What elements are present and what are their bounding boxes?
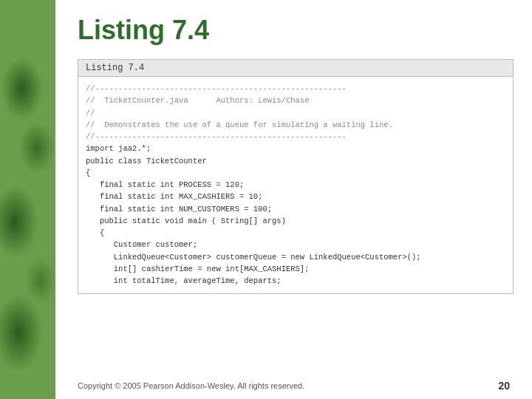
code-line: final static int NUM_CUSTOMERS = 100; xyxy=(86,203,505,215)
code-line: // Demonstrates the use of a queue for s… xyxy=(86,119,505,131)
code-box-header: Listing 7.4 xyxy=(78,60,513,77)
slide-title: Listing 7.4 xyxy=(78,15,510,46)
footer-page-number: 20 xyxy=(498,380,510,392)
left-decorative-panel xyxy=(0,0,55,399)
code-line: public static void main ( String[] args) xyxy=(86,215,505,227)
code-line: LinkedQueue<Customer> customerQueue = ne… xyxy=(86,251,505,263)
code-line: import jaa2.*; xyxy=(86,143,505,154)
code-line: final static int MAX_CASHIERS = 10; xyxy=(86,191,505,202)
code-line: //--------------------------------------… xyxy=(86,131,505,143)
code-line: int totalTime, averageTime, departs; xyxy=(86,275,505,287)
code-line: final static int PROCESS = 120; xyxy=(86,179,505,191)
footer-copyright: Copyright © 2005 Pearson Addison-Wesley.… xyxy=(78,381,304,390)
code-line: // xyxy=(86,107,505,119)
code-box-body: //--------------------------------------… xyxy=(78,77,513,293)
code-line: int[] cashierTime = new int[MAX_CASHIERS… xyxy=(86,263,505,275)
footer: Copyright © 2005 Pearson Addison-Wesley.… xyxy=(55,380,532,392)
code-box: Listing 7.4 //--------------------------… xyxy=(78,59,514,294)
code-line: { xyxy=(86,227,505,239)
code-line: Customer customer; xyxy=(86,239,505,250)
tree-decoration xyxy=(0,0,55,399)
code-line: public class TicketCounter xyxy=(86,155,505,167)
main-content: Listing 7.4 Listing 7.4 //--------------… xyxy=(55,0,532,399)
code-line: { xyxy=(86,167,505,179)
code-line: // TicketCounter.java Authors: Lewis/Cha… xyxy=(86,95,505,106)
code-line: //--------------------------------------… xyxy=(86,83,505,95)
